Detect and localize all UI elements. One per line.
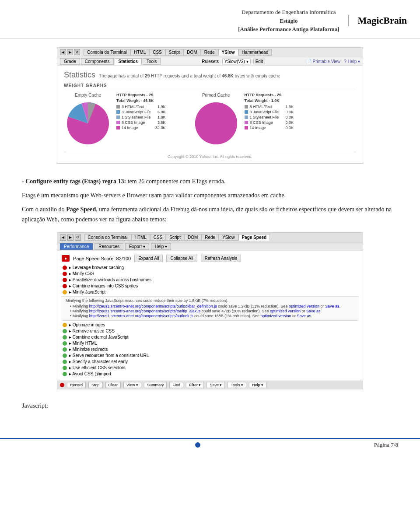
help-button[interactable]: ? Help ▾: [344, 59, 360, 64]
primed-cache-pie-wrapper: Primed Cache: [192, 93, 240, 147]
ps-back-icon[interactable]: ◀: [60, 234, 66, 241]
ps-tab-performance[interactable]: Performance: [60, 243, 93, 250]
yslow-subtitle: The page has a total of 29 HTTP requests…: [99, 74, 280, 78]
ps-detail-item-1: • Minifying http://zeus1.srcentro-anet.o…: [70, 304, 354, 308]
ps-footer-save[interactable]: Save ▾: [206, 382, 225, 388]
tab-terminal[interactable]: Consola do Terminal: [84, 49, 130, 56]
rule-13-label: ▸ Use efficient CSS selectors: [69, 365, 126, 370]
ps-detail-item-2: • Minifying http://zeus1.srcentro-anet.o…: [70, 309, 354, 313]
ps-refresh-icon[interactable]: ↺: [75, 234, 81, 241]
tab-rede[interactable]: Rede: [201, 49, 218, 56]
ps-footer-help[interactable]: Help ▾: [249, 382, 266, 388]
ps-rule-4: ▸ Combine images into CSS sprites: [62, 283, 358, 289]
yslow-tab-grade[interactable]: Grade: [60, 58, 80, 65]
yslow-tab-tools[interactable]: Tools: [143, 58, 161, 65]
ps-detail-item-3: • Minifying http://zeus1.srcentro-anet.o…: [70, 314, 354, 318]
ps-tab-resources[interactable]: Resources: [94, 243, 123, 250]
ps-tab-help[interactable]: Help ▾: [151, 243, 171, 250]
ps-footer-view[interactable]: View ▾: [123, 382, 141, 388]
rule-7-label: ▸ Remove unused CSS: [69, 329, 115, 333]
ps-detail-block: Minifying the following JavaScript resou…: [62, 296, 358, 321]
para-3: Com o auxílio do Page Speed, uma ferrame…: [22, 205, 398, 224]
main-content: ◀ ▶ ↺ Consola do Terminal HTML CSS Scrip…: [0, 43, 420, 438]
yslow-content: Statistics The page has a total of 29 HT…: [57, 66, 363, 163]
ps-tab-script[interactable]: Script: [166, 234, 184, 241]
ps-footer-tools[interactable]: Tools ▾: [228, 382, 246, 388]
para-1-bold: - Configure entity tags (Etags) regra 13…: [22, 178, 126, 185]
rule-2-label: ▸ Minify CSS: [69, 271, 94, 276]
forward-icon[interactable]: ▶: [67, 49, 73, 55]
tab-script[interactable]: Script: [165, 49, 184, 56]
ps-footer-stop[interactable]: Stop: [88, 382, 103, 388]
header-text: Departamento de Engenharia Informática E…: [238, 8, 339, 34]
green-icon-11: [63, 354, 67, 358]
ps-forward-icon[interactable]: ▶: [67, 234, 74, 241]
ps-rule-5: ▸ Minify JavaScript: [62, 289, 358, 295]
text-section-1: - Configure entity tags (Etags) regra 13…: [22, 177, 398, 225]
yellow-icon-5: [63, 290, 67, 294]
ec-total-weight: Total Weight - 46.8K: [116, 98, 166, 103]
rule-6-label: ▸ Optimize images: [69, 322, 105, 327]
ps-rule-13: ▸ Use efficient CSS selectors: [62, 365, 358, 371]
tab-html[interactable]: HTML: [130, 49, 149, 56]
ps-footer-summary[interactable]: Summary: [144, 382, 167, 388]
edit-button[interactable]: Edit: [253, 59, 265, 64]
red-icon-4: [63, 284, 67, 288]
rulesets-value[interactable]: YSlow(V2) ▾: [222, 59, 251, 64]
ps-rule-6: ▸ Optimize images: [62, 322, 358, 328]
ps-footer-clear[interactable]: Clear: [105, 382, 121, 388]
ps-footer-find[interactable]: Find: [169, 382, 183, 388]
para-1: - Configure entity tags (Etags) regra 13…: [22, 177, 398, 186]
ps-tab-export[interactable]: Export ▾: [125, 243, 149, 250]
ec-http-requests: HTTP Requests - 29: [116, 93, 166, 97]
ps-tab-html[interactable]: HTML: [131, 234, 150, 241]
ps-expand-btn[interactable]: Expand All: [134, 255, 163, 262]
ps-footer-filter[interactable]: Filter ▾: [186, 382, 204, 388]
ps-footer-bar: Record Stop Clear View ▾ Summary Find Fi…: [57, 381, 363, 389]
printable-view-button[interactable]: 📄 Printable View: [306, 59, 341, 64]
tab-dom[interactable]: DOM: [183, 49, 200, 56]
para-1-content: tem 26 componentes com ETags errada.: [128, 178, 226, 185]
primed-cache-legend: HTTP Requests - 29 Total Weight - 1.9K 3…: [245, 93, 294, 131]
ps-tab-dom[interactable]: DOM: [184, 234, 201, 241]
rule-5-label: ▸ Minify JavaScript: [69, 290, 105, 294]
yslow-footer: Copyright © 2010 Yahoo! Inc. All rights …: [64, 152, 356, 159]
footer-dot: [195, 442, 200, 448]
yslow-tab-statistics[interactable]: Statistics: [115, 58, 142, 65]
svg-point-1: [195, 102, 237, 144]
rule-9-label: ▸ Minify HTML: [69, 341, 97, 346]
tab-hammerhead[interactable]: Hammerhead: [238, 49, 272, 56]
browser-toolbar-tabs: Consola do Terminal HTML CSS Script DOM …: [84, 49, 272, 56]
weight-graphs-title: WEIGHT GRAPHS: [64, 83, 356, 89]
ps-tab-css[interactable]: CSS: [150, 234, 166, 241]
ps-refresh-btn[interactable]: Refresh Analysis: [201, 255, 241, 262]
brand-name: MagicBrain: [348, 15, 407, 26]
para-3-pre: Com o auxílio do: [22, 206, 66, 213]
empty-cache-pie-wrapper: Empty Cache: [64, 93, 112, 147]
yslow-tabs-row: Grade Components Statistics Tools Rulese…: [57, 57, 363, 66]
ps-tab-pagespeed[interactable]: Page Speed: [238, 234, 270, 241]
ps-rule-9: ▸ Minify HTML: [62, 340, 358, 346]
refresh-icon[interactable]: ↺: [74, 49, 80, 55]
ps-tab-rede[interactable]: Rede: [201, 234, 219, 241]
green-icon-13: [63, 366, 67, 370]
back-icon[interactable]: ◀: [60, 49, 66, 55]
ps-collapse-btn[interactable]: Collapse All: [166, 255, 197, 262]
green-icon-12: [63, 360, 67, 364]
ps-rule-11: ▸ Serve resources from a consistent URL: [62, 353, 358, 358]
pc-total-weight: Total Weight - 1.9K: [245, 98, 294, 103]
ps-detail-title: Minifying the following JavaScript resou…: [66, 298, 354, 303]
ps-footer-record[interactable]: Record: [67, 382, 86, 388]
dept-line1: Departamento de Engenharia Informática: [238, 8, 339, 17]
nav-buttons: ◀ ▶ ↺: [60, 49, 80, 55]
tab-css[interactable]: CSS: [149, 49, 165, 56]
tab-yslow[interactable]: YSlow: [218, 49, 238, 56]
red-icon-2: [63, 272, 67, 276]
ps-content: ● Page Speed Score: 82/100 Expand All Co…: [57, 251, 363, 381]
pc-http-requests: HTTP Requests - 29: [245, 93, 294, 97]
yslow-tab-components[interactable]: Components: [81, 58, 114, 65]
ps-tab-yslow[interactable]: YSlow: [219, 234, 238, 241]
rule-8-label: ▸ Combine external JavaScript: [69, 335, 129, 340]
green-icon-9: [63, 341, 67, 346]
ps-tab-terminal[interactable]: Consola do Terminal: [84, 234, 131, 241]
